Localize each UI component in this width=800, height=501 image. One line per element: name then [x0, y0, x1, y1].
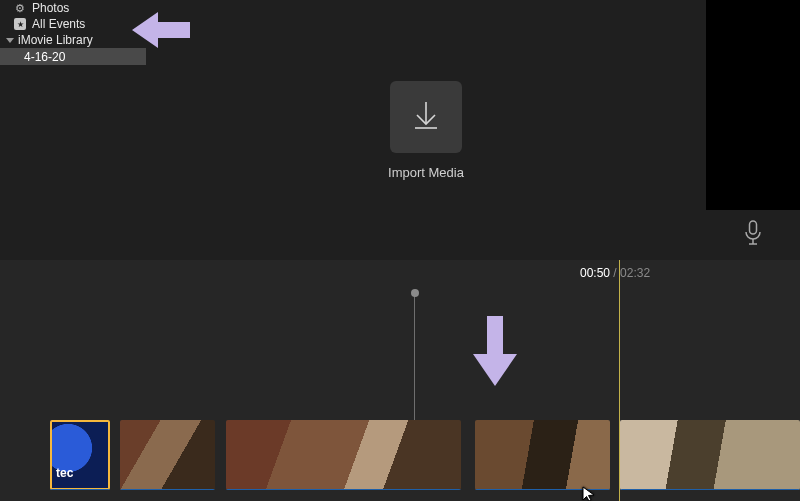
star-icon [14, 18, 26, 30]
sidebar-section-label: iMovie Library [18, 33, 93, 47]
clip-strip [0, 420, 800, 501]
clip-unwrap[interactable] [475, 420, 610, 490]
right-toolbar [706, 210, 800, 260]
clip-detail[interactable] [620, 420, 800, 490]
clip-intro-logo[interactable] [50, 420, 110, 490]
clip-bike-1[interactable] [120, 420, 215, 490]
annotation-arrow-sidebar [130, 10, 190, 50]
annotation-arrow-timeline [473, 316, 517, 386]
sidebar-section-imovie-library[interactable]: iMovie Library [0, 32, 146, 48]
sidebar-item-label: All Events [32, 17, 85, 31]
sidebar-event-selected[interactable]: 4-16-20 [0, 48, 146, 65]
timecode-current: 00:50 [580, 266, 610, 280]
microphone-icon[interactable] [743, 220, 763, 250]
gear-icon [14, 2, 26, 15]
mouse-cursor-icon [582, 486, 596, 501]
download-arrow-icon [408, 97, 444, 137]
timecode-total: 02:32 [620, 266, 650, 280]
sidebar-event-label: 4-16-20 [24, 50, 65, 64]
svg-rect-2 [750, 221, 757, 234]
skimmer-handle-icon [411, 289, 419, 297]
sidebar-item-label: Photos [32, 1, 69, 15]
sidebar-item-all-events[interactable]: All Events [0, 16, 146, 32]
sidebar-item-photos[interactable]: Photos [0, 0, 146, 16]
video-preview [706, 0, 800, 210]
import-media-button[interactable] [390, 81, 462, 153]
chevron-down-icon [6, 38, 14, 43]
timeline[interactable]: 00:50 / 02:32 [0, 260, 800, 501]
timecode-readout: 00:50 / 02:32 [580, 266, 650, 280]
library-sidebar: Photos All Events iMovie Library 4-16-20 [0, 0, 146, 260]
top-area: Photos All Events iMovie Library 4-16-20… [0, 0, 800, 260]
import-media-label: Import Media [388, 165, 464, 180]
media-browser: Import Media [146, 0, 706, 260]
clip-bike-unbox[interactable] [226, 420, 461, 490]
timeline-skimmer[interactable] [414, 290, 415, 430]
